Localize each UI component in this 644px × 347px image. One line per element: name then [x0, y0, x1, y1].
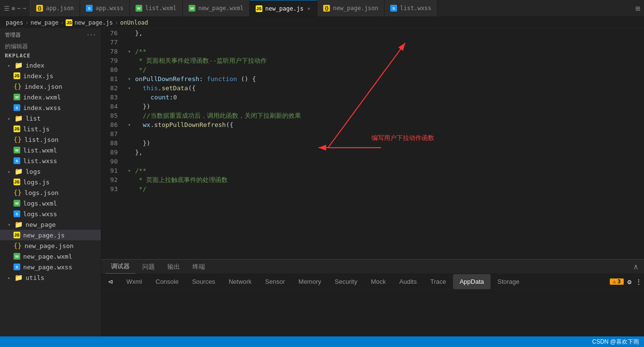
bookmark-icon[interactable]: ⊛: [12, 5, 15, 12]
sidebar-item-logs-wxss[interactable]: S logs.wxss: [0, 208, 101, 219]
tab-close-button[interactable]: ✕: [306, 5, 311, 12]
code-line-80: 80 */: [101, 65, 644, 74]
line-content: },: [133, 148, 644, 157]
tab-list-wxss[interactable]: S list.wxss: [384, 0, 438, 16]
sidebar-item-label: logs.json: [25, 189, 58, 196]
more-icon[interactable]: ⋮: [635, 278, 642, 286]
sidebar-item-logs-folder[interactable]: ▸ 📁 logs: [0, 166, 101, 177]
back-icon[interactable]: ←: [17, 5, 21, 12]
sidebar-item-label: new_page.js: [23, 232, 65, 239]
breadcrumb-new-page[interactable]: new_page: [30, 19, 58, 26]
tab-new-page-js[interactable]: JS new_page.js ✕: [250, 0, 318, 16]
devtool-tab-sensor[interactable]: Sensor: [259, 274, 292, 289]
sidebar-item-index-json[interactable]: {} index.json: [0, 81, 101, 92]
fold-arrow-icon[interactable]: ▾: [125, 166, 133, 175]
tab-label: new_page.wxml: [198, 5, 244, 12]
line-num: 83: [101, 93, 125, 102]
sidebar-item-label: index.json: [25, 83, 62, 90]
sidebar-item-new-page-js[interactable]: JS new_page.js: [0, 230, 101, 240]
devtool-tab-wxml[interactable]: Wxml: [120, 274, 149, 289]
devtool-tab-sources[interactable]: Sources: [185, 274, 222, 289]
fold-arrow-icon[interactable]: ▾: [125, 47, 133, 56]
line-content: /**: [133, 47, 644, 56]
code-line-90: 90: [101, 157, 644, 166]
fold-arrow: [125, 157, 133, 166]
sidebar-item-new-page-json[interactable]: {} new_page.json: [0, 240, 101, 251]
sidebar-item-logs-json[interactable]: {} logs.json: [0, 187, 101, 198]
bottom-tab-problems[interactable]: 问题: [137, 260, 161, 274]
devtool-tab-mock[interactable]: Mock: [364, 274, 393, 289]
code-line-84: 84 }): [101, 102, 644, 111]
sidebar-item-label: logs.wxml: [23, 200, 57, 207]
sidebar-item-new-page-folder[interactable]: ▾ 📁 new_page: [0, 219, 101, 230]
tab-label: new_page.js: [265, 5, 303, 12]
code-line-79: 79 * 页面相关事件处理函数--监听用户下拉动作: [101, 56, 644, 65]
breadcrumb-file[interactable]: new_page.js: [74, 19, 112, 26]
sidebar-item-logs-js[interactable]: JS logs.js: [0, 177, 101, 187]
sidebar-item-index-folder[interactable]: ▸ 📁 index: [0, 60, 101, 70]
devtool-tab-appdata[interactable]: AppData: [453, 274, 491, 289]
main-area: 管理器 ··· 的编辑器 RKPLACE ▸ 📁 index JS index.…: [0, 28, 644, 336]
tab-app-json[interactable]: {} app.json: [30, 0, 80, 16]
devtool-tab-console[interactable]: Console: [149, 274, 186, 289]
tab-new-page-wxml[interactable]: W new_page.wxml: [183, 0, 250, 16]
fold-arrow: [125, 111, 133, 120]
sidebar-item-list-folder[interactable]: ▸ 📁 list: [0, 113, 101, 124]
line-num: 88: [101, 139, 125, 148]
devtool-tab-network[interactable]: Network: [222, 274, 259, 289]
fold-arrow: [125, 148, 133, 157]
wxss-icon: S: [14, 210, 20, 217]
bottom-tab-debugger[interactable]: 调试器: [105, 260, 136, 274]
wxml-icon: W: [14, 253, 20, 260]
line-content: this.setData({: [133, 83, 644, 93]
sidebar-item-list-wxss[interactable]: S list.wxss: [0, 155, 101, 166]
devtool-tab-audits[interactable]: Audits: [393, 274, 424, 289]
sidebar-item-new-page-wxss[interactable]: S new_page.wxss: [0, 262, 101, 272]
tab-label: app.json: [46, 5, 74, 12]
tab-app-wxss[interactable]: S app.wxss: [80, 0, 130, 16]
folder-arrow-icon: ▸: [8, 63, 11, 68]
split-editor-icon[interactable]: ⊞: [635, 4, 640, 13]
settings-icon[interactable]: ⚙: [628, 278, 631, 286]
fold-arrow-icon[interactable]: ▾: [125, 83, 133, 93]
fold-arrow: [125, 28, 133, 38]
sidebar-item-label: list.wxml: [23, 147, 57, 154]
tab-icon-wxss: S: [86, 5, 93, 12]
sidebar-item-index-wxss[interactable]: S index.wxss: [0, 102, 101, 113]
folder-arrow-icon: ▸: [8, 169, 11, 174]
cursor-icon[interactable]: ⊲: [105, 277, 116, 287]
sidebar-item-list-js[interactable]: JS list.js: [0, 124, 101, 134]
sidebar-item-list-wxml[interactable]: W list.wxml: [0, 145, 101, 155]
sidebar-item-utils-folder[interactable]: ▸ 📁 utils: [0, 272, 101, 283]
line-content: [133, 38, 644, 47]
devtool-tab-memory[interactable]: Memory: [292, 274, 328, 289]
folder-icon: 📁: [14, 114, 23, 122]
status-bar: CSDN @喜欢下雨: [0, 336, 644, 347]
sidebar-item-new-page-wxml[interactable]: W new_page.wxml: [0, 251, 101, 262]
sidebar-more-icon[interactable]: ···: [86, 32, 96, 38]
line-content: },: [133, 28, 644, 38]
devtool-tab-storage[interactable]: Storage: [491, 274, 526, 289]
code-container[interactable]: 76 }, 77 78 ▾ /** 79 * 页面相关事件处理函数--监听用户下…: [101, 28, 644, 259]
sidebar-item-logs-wxml[interactable]: W logs.wxml: [0, 198, 101, 208]
menu-icon[interactable]: ☰: [4, 5, 10, 12]
bottom-panel-collapse[interactable]: ∧: [631, 260, 640, 273]
fold-arrow-icon[interactable]: ▾: [125, 120, 133, 129]
breadcrumb-pages[interactable]: pages: [6, 19, 23, 26]
sidebar-item-index-js[interactable]: JS index.js: [0, 70, 101, 81]
sidebar-item-index-wxml[interactable]: W index.wxml: [0, 92, 101, 102]
bottom-tab-output[interactable]: 输出: [162, 260, 186, 274]
line-content: //当数据重置成功后，调用此函数，关闭下拉刷新的效果: [133, 111, 644, 120]
wxml-icon: W: [14, 200, 20, 207]
bottom-tab-terminal[interactable]: 终端: [187, 260, 211, 274]
forward-icon[interactable]: →: [23, 5, 26, 12]
tab-list-wxml[interactable]: W list.wxml: [130, 0, 183, 16]
sidebar-item-list-json[interactable]: {} list.json: [0, 134, 101, 145]
tab-new-page-json[interactable]: {} new_page.json: [317, 0, 384, 16]
fold-arrow-icon[interactable]: ▾: [125, 74, 133, 83]
devtool-tab-security[interactable]: Security: [328, 274, 364, 289]
devtool-tab-trace[interactable]: Trace: [424, 274, 453, 289]
tab-icon-js: JS: [256, 5, 262, 12]
tabs-container: {} app.json S app.wxss W list.wxml W new…: [30, 0, 631, 16]
tab-icon-wxss2: S: [390, 5, 397, 12]
